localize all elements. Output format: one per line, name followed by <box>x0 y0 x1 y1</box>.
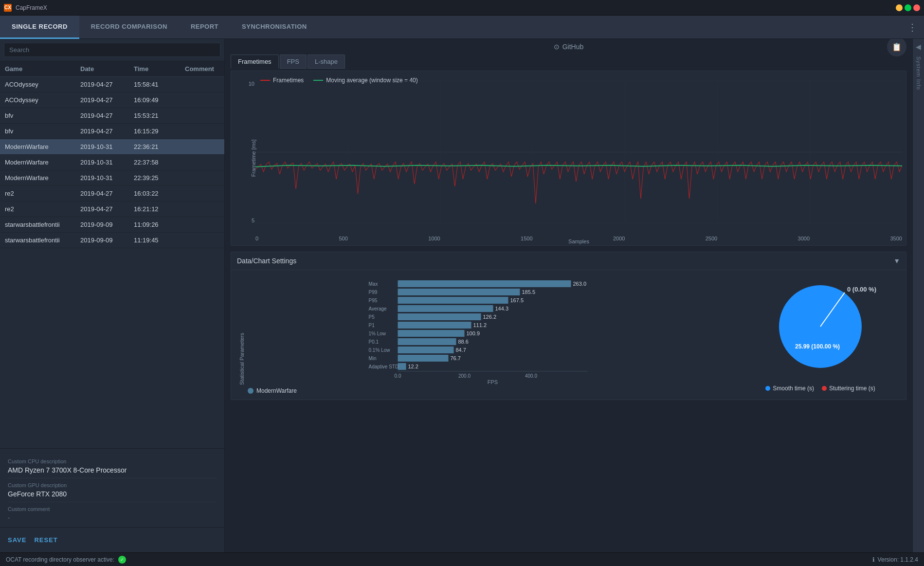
svg-text:P1: P1 <box>369 323 375 328</box>
table-row[interactable]: starwarsbattlefrontii 2019-09-09 11:19:4… <box>0 233 224 248</box>
col-date: Date <box>75 61 129 76</box>
minimize-button[interactable]: ─ <box>896 4 903 11</box>
cell-game: ACOdyssey <box>0 92 75 108</box>
maximize-button[interactable]: □ <box>905 4 911 11</box>
cpu-value: AMD Ryzen 7 3700X 8-Core Processor <box>8 466 217 474</box>
tab-fps[interactable]: FPS <box>280 55 307 69</box>
comment-label: Custom comment <box>8 506 217 512</box>
svg-text:P99: P99 <box>369 290 378 295</box>
version-text: Version: 1.1.2.4 <box>878 556 918 563</box>
cell-date: 2019-04-27 <box>75 201 129 217</box>
svg-text:111.2: 111.2 <box>473 322 487 328</box>
cell-game: re2 <box>0 201 75 217</box>
pie-chart-container: 0 (0.00 %) 25.99 (100.00 %) Smooth time … <box>743 278 898 392</box>
cell-date: 2019-04-27 <box>75 108 129 123</box>
table-row[interactable]: ModernWarfare 2019-10-31 22:37:58 <box>0 155 224 170</box>
svg-text:126.2: 126.2 <box>483 314 497 320</box>
side-arrow-icon[interactable]: ◀ <box>916 43 921 51</box>
search-input[interactable] <box>4 43 220 57</box>
cell-game: starwarsbattlefrontii <box>0 233 75 248</box>
svg-text:263.0: 263.0 <box>573 281 587 287</box>
pie-legend: Smooth time (s) Stuttering time (s) <box>765 385 875 392</box>
cell-time: 16:21:12 <box>129 201 180 217</box>
status-indicator: ✓ <box>118 556 126 564</box>
cell-game: ModernWarfare <box>0 170 75 185</box>
cell-date: 2019-10-31 <box>75 139 129 154</box>
cell-comment <box>180 201 224 217</box>
svg-text:167.5: 167.5 <box>510 297 524 303</box>
table-row[interactable]: ModernWarfare 2019-10-31 22:36:21 <box>0 139 224 155</box>
main-layout: Game Date Time Comment ACOdyssey 2019-04… <box>0 39 924 552</box>
cell-time: 22:37:58 <box>129 155 180 170</box>
smooth-dot <box>765 386 770 391</box>
table-row[interactable]: bfv 2019-04-27 16:15:29 <box>0 124 224 139</box>
svg-rect-25 <box>398 322 471 329</box>
side-panel: ◀ System Info <box>912 39 924 552</box>
tab-frametimes[interactable]: Frametimes <box>231 55 279 69</box>
cell-date: 2019-10-31 <box>75 155 129 170</box>
settings-header[interactable]: Data/Chart Settings ▼ <box>231 252 906 270</box>
tab-record-comparison[interactable]: RECORD COMPARISON <box>79 16 179 39</box>
cell-date: 2019-04-27 <box>75 124 129 139</box>
cell-comment <box>180 217 224 232</box>
cell-date: 2019-04-27 <box>75 92 129 108</box>
table-row[interactable]: re2 2019-04-27 16:03:22 <box>0 186 224 201</box>
svg-rect-37 <box>398 355 449 362</box>
legend-smooth: Smooth time (s) <box>765 385 814 392</box>
table-row[interactable]: bfv 2019-04-27 15:53:21 <box>0 108 224 124</box>
cell-game: bfv <box>0 108 75 123</box>
cell-game: ModernWarfare <box>0 155 75 170</box>
cell-time: 16:03:22 <box>129 186 180 201</box>
svg-text:200.0: 200.0 <box>458 373 471 379</box>
table-row[interactable]: starwarsbattlefrontii 2019-09-09 11:09:2… <box>0 217 224 233</box>
svg-rect-28 <box>398 330 465 337</box>
cell-time: 22:36:21 <box>129 139 180 154</box>
cell-game: ModernWarfare <box>0 139 75 154</box>
svg-text:12.2: 12.2 <box>408 364 418 369</box>
clipboard-button[interactable]: 📋 <box>887 39 906 56</box>
stutter-dot <box>822 386 827 391</box>
status-text: OCAT recording directory observer active… <box>6 556 114 563</box>
table-row[interactable]: ACOdyssey 2019-04-27 15:58:41 <box>0 77 224 92</box>
cell-game: bfv <box>0 124 75 139</box>
svg-text:25.99 (100.00 %): 25.99 (100.00 %) <box>795 343 840 350</box>
info-section: Custom CPU description AMD Ryzen 7 3700X… <box>0 448 224 527</box>
cell-comment <box>180 108 224 123</box>
bar-chart-svg: 263.0 Max 185.5 P99 167.5 P95 <box>248 278 733 385</box>
search-box <box>0 39 224 61</box>
navbar: SINGLE RECORD RECORD COMPARISON REPORT S… <box>0 16 924 39</box>
cell-time: 16:09:49 <box>129 92 180 108</box>
svg-text:P0.1: P0.1 <box>369 339 379 345</box>
col-game: Game <box>0 61 75 76</box>
save-button[interactable]: SAVE <box>8 533 26 547</box>
bar-chart-svg-area: 263.0 Max 185.5 P99 167.5 P95 <box>248 278 733 385</box>
cell-comment <box>180 233 224 248</box>
table-row[interactable]: ModernWarfare 2019-10-31 22:39:25 <box>0 170 224 186</box>
tab-report[interactable]: REPORT <box>179 16 230 39</box>
table-row[interactable]: re2 2019-04-27 16:21:12 <box>0 201 224 217</box>
chart-tabs: Frametimes FPS L-shape <box>231 55 906 69</box>
cell-comment <box>180 77 224 92</box>
github-link[interactable]: ⊙ GitHub <box>554 43 584 51</box>
col-comment: Comment <box>180 61 224 76</box>
menu-button[interactable]: ⋮ <box>901 16 924 39</box>
svg-text:1% Low: 1% Low <box>369 331 386 336</box>
bar-legend-dot <box>248 388 254 394</box>
cell-comment <box>180 92 224 108</box>
cell-comment <box>180 139 224 154</box>
close-button[interactable]: ✕ <box>913 4 920 11</box>
svg-text:100.9: 100.9 <box>467 330 480 336</box>
reset-button[interactable]: RESET <box>34 533 57 547</box>
tab-lshape[interactable]: L-shape <box>308 55 345 69</box>
table-row[interactable]: ACOdyssey 2019-04-27 16:09:49 <box>0 92 224 108</box>
svg-text:0.0: 0.0 <box>395 373 401 379</box>
gpu-label: Custom GPU description <box>8 482 217 488</box>
cell-comment <box>180 124 224 139</box>
svg-text:84.7: 84.7 <box>456 347 466 353</box>
right-header: ⊙ GitHub 📋 <box>231 43 906 51</box>
record-table: Game Date Time Comment ACOdyssey 2019-04… <box>0 61 224 448</box>
cell-time: 11:19:45 <box>129 233 180 248</box>
statusbar-right: ℹ Version: 1.1.2.4 <box>872 556 918 563</box>
tab-single-record[interactable]: SINGLE RECORD <box>0 16 79 39</box>
tab-synchronisation[interactable]: SYNCHRONISATION <box>230 16 319 39</box>
